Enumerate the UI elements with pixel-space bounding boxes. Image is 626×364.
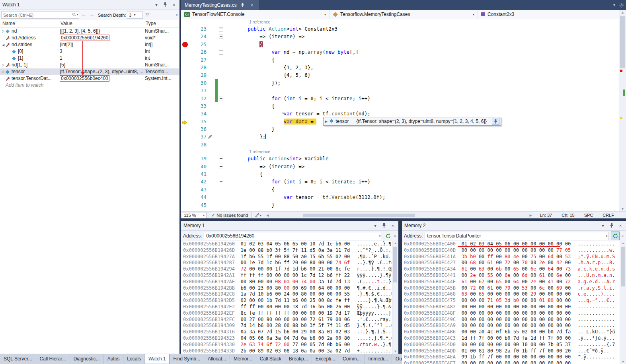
memory-row[interactable]: 0x000002556B0EC45B 00 72 00 61 00 79 00 … <box>404 285 620 292</box>
tool-tab-sql-server-[interactable]: SQL Server... <box>0 354 36 364</box>
insert-mode-indicator[interactable]: SPC <box>584 213 593 218</box>
watch-row[interactable]: [0]3int <box>0 48 179 55</box>
window-position-icon[interactable]: ▾ <box>600 222 606 229</box>
window-position-icon[interactable]: ▾ <box>153 2 160 8</box>
code-line[interactable]: 41 { <box>181 170 619 178</box>
pin-icon[interactable] <box>162 2 168 8</box>
code-line[interactable]: 23 public Action<int> Constant2x3 <box>181 25 619 33</box>
collapse-region-icon[interactable] <box>219 180 223 184</box>
collapse-region-icon[interactable] <box>219 165 223 169</box>
datatip-tooltip[interactable]: ▶ tensor {tf.Tensor: shape=(2, 3), dtype… <box>323 117 501 126</box>
memory-row[interactable]: 0x000002556B0EC49C 00 00 00 00 00 00 00 … <box>404 317 620 323</box>
memory-row[interactable]: 0x000002556B0EC4B6 00 00 a0 4c 0f 6b 55 … <box>404 329 620 335</box>
editor-vertical-scrollbar[interactable]: ▲ ▼ <box>619 10 626 211</box>
issues-status[interactable]: No issues found <box>216 213 248 218</box>
memory-row[interactable]: 0x000002556B194309 7d 14 b6 00 28 00 88 … <box>183 323 392 329</box>
code-line[interactable]: 39 public Action<int> Variable <box>181 155 619 162</box>
toolbar-overflow-icon[interactable]: » <box>393 235 398 237</box>
run-to-click-icon[interactable]: ▶ <box>283 111 285 115</box>
collapse-region-icon[interactable] <box>219 50 223 55</box>
type-dropdown[interactable]: Tensorflow.MemoryTestingCases ▾ <box>330 10 478 19</box>
filter-icon[interactable] <box>144 12 150 18</box>
memory-row[interactable]: 0x000002556B194323 04 05 06 0a 3a 04 7d … <box>183 335 392 342</box>
code-line[interactable]: 30 }); <box>181 79 619 87</box>
code-line[interactable]: 25 { <box>181 41 619 48</box>
memory-row[interactable]: 0x000002556B19433D 2b 00 89 02 03 08 18 … <box>183 348 392 354</box>
memory1-hex-view[interactable]: 0x000002556B194260 01 02 03 04 05 06 65 … <box>183 241 392 354</box>
code-line[interactable]: 24 => (iterate) => <box>181 33 619 40</box>
tool-tab-call-hierar-[interactable]: Call Hierar... <box>36 354 70 364</box>
code-line[interactable]: 38 <box>181 141 619 148</box>
search-forward-icon[interactable]: → <box>88 12 95 18</box>
memory-row[interactable]: 0x000002556B0EC427 00 68 00 61 00 72 00 … <box>404 260 620 266</box>
expander-collapsed-icon[interactable]: ▷ <box>1 28 6 35</box>
datatip-pin-button[interactable] <box>492 118 499 125</box>
memory-row[interactable]: 0x000002556B0EC482 00 00 00 00 00 00 00 … <box>404 304 620 310</box>
memory-row[interactable]: 0x000002556B0EC475 00 00 00 71 05 3d b0 … <box>404 298 620 304</box>
memory2-titlebar[interactable]: Memory 2 ▾ × <box>402 221 626 231</box>
memory-row[interactable]: 0x000002556B19426D 1e 00 88 b0 3f 5f 7f … <box>183 247 392 254</box>
codelens-references[interactable]: 1 reference <box>181 148 270 155</box>
refresh-icon[interactable] <box>384 232 392 240</box>
refresh-icon[interactable] <box>611 232 620 240</box>
scroll-down-icon[interactable]: ▼ <box>392 350 398 353</box>
watch-row[interactable]: [1]1int <box>0 55 179 62</box>
memory-row[interactable]: 0x000002556B1942C8 1a 7d 10 b6 00 24 00 … <box>183 291 392 298</box>
memory-row[interactable]: 0x000002556B194287 00 1e 7d 1c b6 ff 20 … <box>183 260 392 266</box>
zoom-select[interactable]: 115 %▾ <box>182 212 207 219</box>
tool-tab-memor-[interactable]: Memor... <box>230 354 256 364</box>
expander-collapsed-icon[interactable]: ▷ <box>1 62 6 68</box>
memory-row[interactable]: 0x000002556B194294 72 00 00 00 1f 7d 1d … <box>183 266 392 273</box>
collapse-region-icon[interactable] <box>219 97 223 101</box>
scroll-up-icon[interactable]: ▲ <box>620 241 626 245</box>
code-line[interactable]: 36 } <box>181 125 619 133</box>
scrollbar-thumb[interactable] <box>393 247 397 282</box>
watch-row[interactable]: Add item to watch <box>0 82 179 89</box>
scroll-up-icon[interactable]: ▲ <box>619 10 626 14</box>
tool-tab-output[interactable]: Output <box>392 354 402 364</box>
scroll-down-icon[interactable]: ▼ <box>620 360 626 364</box>
address-input[interactable] <box>205 233 379 239</box>
tool-tab-comm-[interactable]: Comm... <box>339 354 365 364</box>
tool-tab-call-stack[interactable]: Call Stack <box>256 354 285 364</box>
memory-row[interactable]: 0x000002556B0EC4DD 01 00 81 80 98 2a f0 … <box>404 348 620 354</box>
memory-row[interactable]: 0x000002556B194330 2e 63 74 6f 72 00 77 … <box>183 342 392 348</box>
memory-row[interactable]: 0x000002556B194316 0a 3a 07 7d 15 b6 00 … <box>183 329 392 335</box>
watch-row[interactable]: nd.Address0x000002556b194260void* <box>0 35 179 41</box>
code-line[interactable]: 32 for (int i = 0; i < iterate; i++) <box>181 95 619 102</box>
code-line[interactable]: 45 } <box>181 201 619 209</box>
pin-icon[interactable] <box>608 222 615 229</box>
code-line[interactable]: 29 {4, 5, 6} <box>181 71 619 79</box>
scroll-right-icon[interactable]: ▶ <box>529 212 532 218</box>
collapse-region-icon[interactable] <box>219 35 223 39</box>
scrollbar-thumb[interactable] <box>620 16 625 68</box>
project-dropdown[interactable]: C# TensorFlowNET.Console ▾ <box>181 10 330 19</box>
search-back-icon[interactable]: ← <box>80 12 87 18</box>
chevron-down-icon[interactable]: ▾ <box>260 214 261 217</box>
tool-tab-allocat-[interactable]: Allocat... <box>204 354 230 364</box>
horizontal-scrollbar[interactable]: ◀ ▶ <box>265 212 533 218</box>
search-input[interactable] <box>1 11 79 19</box>
tool-tab-autos[interactable]: Autos <box>104 354 124 364</box>
line-indicator[interactable]: Ln: 37 <box>540 213 552 218</box>
codelens-references[interactable]: 1 reference <box>181 19 270 25</box>
tool-tab-excepti-[interactable]: Excepti... <box>312 354 339 364</box>
memory-row[interactable]: 0x000002556B0EC40D 00 00 00 00 00 00 00 … <box>404 247 620 254</box>
scroll-left-icon[interactable]: ◀ <box>266 212 269 218</box>
chevron-down-icon[interactable]: ▾ <box>379 234 380 238</box>
gear-icon[interactable] <box>617 0 626 10</box>
watch-row[interactable]: tensor.TensorDat...0x000002556b0ec400Sys… <box>0 75 179 82</box>
scrollbar-thumb[interactable] <box>303 214 415 217</box>
toolbar-overflow-icon[interactable]: » <box>175 14 179 16</box>
document-list-icon[interactable]: ▾ <box>611 0 617 10</box>
code-area[interactable]: 1 reference23 public Action<int> Constan… <box>181 19 619 211</box>
tool-tab-immedi-[interactable]: Immedi... <box>365 354 392 364</box>
address-input[interactable] <box>426 233 606 239</box>
member-dropdown[interactable]: Constant2x3 ▾ <box>478 10 626 19</box>
memory-row[interactable]: 0x000002556B0EC4F7 00 00 00 00 00 00 00 … <box>404 360 620 364</box>
memory1-titlebar[interactable]: Memory 1 ▾ × <box>181 221 398 231</box>
breakpoint-icon[interactable] <box>182 42 188 47</box>
chevron-down-icon[interactable]: ▾ <box>606 234 607 238</box>
memory-row[interactable]: 0x000002556B1942AE 00 80 00 00 08 0a 00 … <box>183 279 392 285</box>
memory-row[interactable]: 0x000002556B0EC4A9 00 00 00 00 00 00 00 … <box>404 323 620 329</box>
